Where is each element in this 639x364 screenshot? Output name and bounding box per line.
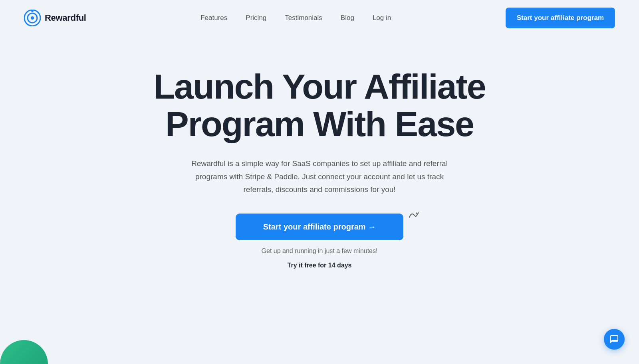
logo-text: Rewardful	[45, 13, 86, 23]
decorative-squiggle	[407, 210, 419, 222]
hero-section: Launch Your Affiliate Program With Ease …	[0, 36, 639, 293]
nav-testimonials[interactable]: Testimonials	[285, 14, 322, 22]
hero-cta-wrapper: Start your affiliate program → Get up an…	[236, 214, 403, 269]
bottom-decoration	[0, 340, 48, 364]
hero-microcopy: Get up and running in just a few minutes…	[262, 247, 378, 255]
svg-point-2	[31, 16, 34, 20]
nav-pricing[interactable]: Pricing	[246, 14, 266, 22]
logo-link[interactable]: Rewardful	[24, 10, 86, 26]
page-container: Rewardful Features Pricing Testimonials …	[0, 0, 639, 364]
nav-blog[interactable]: Blog	[341, 14, 354, 22]
hero-subtitle: Rewardful is a simple way for SaaS compa…	[180, 157, 459, 196]
nav-cta-button[interactable]: Start your affiliate program	[506, 8, 615, 28]
bottom-circle	[0, 340, 48, 364]
chat-icon	[609, 334, 619, 344]
nav-features[interactable]: Features	[200, 14, 227, 22]
svg-point-3	[31, 10, 34, 12]
navbar: Rewardful Features Pricing Testimonials …	[0, 0, 639, 36]
nav-links: Features Pricing Testimonials Blog Log i…	[200, 14, 391, 22]
hero-title: Launch Your Affiliate Program With Ease	[100, 68, 539, 143]
rewardful-logo-icon	[24, 10, 41, 26]
chat-bubble-button[interactable]	[604, 329, 625, 350]
nav-login[interactable]: Log in	[373, 14, 391, 22]
hero-cta-button[interactable]: Start your affiliate program →	[236, 214, 403, 240]
hero-trial-text: Try it free for 14 days	[288, 262, 352, 269]
